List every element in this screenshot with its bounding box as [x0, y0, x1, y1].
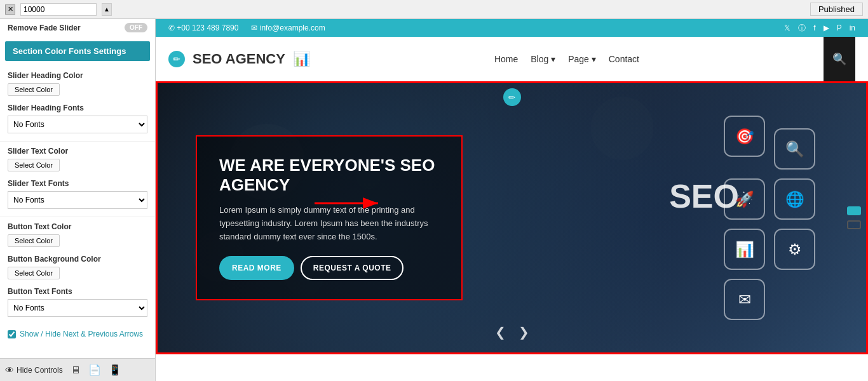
slider-heading-fonts-group: Slider Heading Fonts No Fonts Arial Verd…	[0, 101, 155, 138]
social-icons: 𝕏 ⓘ f ▶ P in	[784, 23, 855, 34]
hero-heading: WE ARE EVERYONE'S SEO AGENCY	[219, 156, 439, 195]
slider-text-color-group: Slider Text Color Select Color	[0, 144, 155, 177]
scroll-up-button[interactable]: ▲	[102, 3, 112, 16]
remove-fade-toggle[interactable]: OFF	[125, 23, 147, 32]
button-bg-color-group: Button Background Color Select Color	[0, 252, 155, 284]
site-top-left: ✆ +00 123 489 7890 ✉ info@example.com	[168, 23, 325, 32]
close-button[interactable]: ✕	[5, 4, 15, 15]
site-top-bar: ✆ +00 123 489 7890 ✉ info@example.com 𝕏 …	[156, 19, 868, 37]
show-hide-arrows-checkbox[interactable]	[8, 330, 16, 338]
tech-icon-chart: 📊	[724, 229, 765, 270]
facebook-icon[interactable]: f	[813, 23, 815, 32]
remove-fade-label: Remove Fade Slider	[8, 23, 81, 32]
twitter-icon[interactable]: 𝕏	[784, 23, 790, 32]
button-bg-color-label: Button Background Color	[8, 255, 147, 264]
remove-fade-row: Remove Fade Slider OFF	[0, 19, 155, 36]
hero-buttons: READ MORE REQUEST A QUOTE	[219, 256, 439, 280]
button-text-fonts-label: Button Text Fonts	[8, 287, 147, 296]
show-hide-arrows-row: Show / Hide Next & Previous Arrows	[0, 324, 155, 344]
published-button[interactable]: Published	[810, 3, 863, 16]
slider-nav: ❮ ❯	[495, 324, 529, 340]
phone-info: ✆ +00 123 489 7890	[168, 23, 238, 32]
nav-contact[interactable]: Contact	[609, 54, 639, 64]
button-text-fonts-group: Button Text Fonts No Fonts Arial Verdana…	[0, 284, 155, 322]
slider-text-fonts-label: Slider Text Fonts	[8, 179, 147, 188]
slider-heading-color-btn[interactable]: Select Color	[8, 83, 60, 96]
hero-section: ✏ WE ARE EVERYONE'S SEO AGENCY Lorem Ips…	[156, 81, 868, 354]
main-layout: Remove Fade Slider OFF Section Color Fon…	[0, 19, 868, 381]
button-text-color-group: Button Text Color Select Color	[0, 220, 155, 252]
bottom-bar: 👁 Hide Controls 🖥 📄 📱	[0, 358, 156, 381]
edit-pencil[interactable]: ✏	[168, 51, 185, 67]
button-bg-color-btn[interactable]: Select Color	[8, 267, 60, 279]
slider-text-color-label: Slider Text Color	[8, 147, 147, 156]
page-id-input[interactable]	[20, 3, 97, 16]
slider-heading-color-label: Slider Heading Color	[8, 71, 147, 80]
mobile-icon[interactable]: 📱	[109, 364, 121, 376]
slider-text-fonts-select[interactable]: No Fonts Arial Verdana Georgia	[8, 191, 147, 209]
request-quote-button[interactable]: REQUEST A QUOTE	[301, 256, 404, 280]
tech-icon-rocket: 🚀	[724, 178, 765, 220]
email-info: ✉ info@example.com	[251, 23, 325, 32]
youtube-icon[interactable]: ▶	[824, 23, 829, 32]
pinterest-icon[interactable]: P	[837, 23, 842, 32]
logo-icon: 📊	[293, 51, 310, 67]
read-more-button[interactable]: READ MORE	[219, 256, 294, 280]
left-panel: Remove Fade Slider OFF Section Color Fon…	[0, 19, 156, 381]
section-header: Section Color Fonts Settings	[5, 41, 150, 61]
tech-icon-globe: 🌐	[774, 178, 815, 220]
toggle-active[interactable]	[847, 206, 861, 215]
slider-heading-fonts-select[interactable]: No Fonts Arial Verdana Georgia	[8, 116, 147, 133]
linkedin-icon[interactable]: in	[850, 23, 855, 32]
button-text-color-btn[interactable]: Select Color	[8, 234, 60, 247]
slider-heading-fonts-label: Slider Heading Fonts	[8, 104, 147, 112]
desktop-icon[interactable]: 🖥	[71, 364, 81, 376]
slider-prev-arrow[interactable]: ❮	[495, 324, 506, 340]
slider-text-color-btn[interactable]: Select Color	[8, 159, 60, 171]
top-bar: ✕ ▲ Published	[0, 0, 868, 19]
slider-next-arrow[interactable]: ❯	[519, 324, 529, 340]
nav-home[interactable]: Home	[494, 54, 518, 64]
button-text-color-label: Button Text Color	[8, 222, 147, 231]
tablet-icon[interactable]: 📄	[88, 364, 101, 376]
tech-icon-target: 🎯	[724, 116, 765, 157]
hide-controls-button[interactable]: 👁 Hide Controls	[5, 365, 63, 375]
nav-blog[interactable]: Blog ▾	[531, 54, 555, 64]
nav-links: Home Blog ▾ Page ▾ Contact	[494, 54, 639, 64]
hero-icons-grid: 🎯 🔍 🚀 🌐 📊 ⚙ ✉	[724, 116, 815, 320]
button-text-fonts-select[interactable]: No Fonts Arial Verdana Georgia	[8, 299, 147, 317]
search-box[interactable]: 🔍	[824, 37, 855, 81]
logo-text: SEO AGENCY	[193, 51, 285, 67]
eye-icon: 👁	[5, 365, 14, 375]
tech-icon-search: 🔍	[774, 128, 815, 170]
slider-heading-color-group: Slider Heading Color Select Color	[0, 69, 155, 101]
hero-paragraph: Lorem Ipsum is simply dummy text of the …	[219, 204, 439, 243]
site-nav-bar: ✏ SEO AGENCY 📊 Home Blog ▾ Page ▾ Contac…	[156, 37, 868, 81]
top-bar-left: ✕ ▲	[5, 3, 112, 16]
side-toggles	[847, 206, 861, 229]
nav-page[interactable]: Page ▾	[568, 54, 596, 64]
hero-edit-pencil[interactable]: ✏	[503, 88, 521, 106]
slider-text-fonts-group: Slider Text Fonts No Fonts Arial Verdana…	[0, 177, 155, 214]
hero-text-box: WE ARE EVERYONE'S SEO AGENCY Lorem Ipsum…	[196, 135, 463, 301]
show-hide-arrows-label: Show / Hide Next & Previous Arrows	[20, 330, 143, 338]
tech-icon-email: ✉	[724, 279, 765, 320]
right-content: ✆ +00 123 489 7890 ✉ info@example.com 𝕏 …	[156, 19, 868, 381]
toggle-inactive[interactable]	[847, 220, 861, 229]
instagram-icon[interactable]: ⓘ	[798, 23, 806, 34]
hide-controls-label: Hide Controls	[17, 366, 63, 375]
logo-area: ✏ SEO AGENCY 📊	[168, 51, 310, 67]
tech-icon-gear: ⚙	[774, 229, 815, 270]
